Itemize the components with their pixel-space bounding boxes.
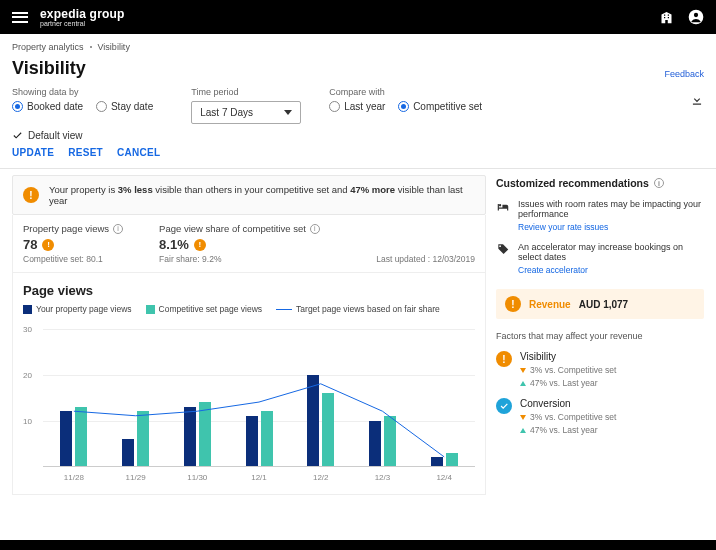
- warning-icon: !: [23, 187, 39, 203]
- x-axis-label: 12/3: [375, 473, 391, 482]
- time-period-select[interactable]: Last 7 Days: [191, 101, 301, 124]
- stats-row: Property page viewsi 78! Competitive set…: [12, 215, 486, 273]
- filter-showing-by: Showing data by Booked date Stay date: [12, 87, 163, 124]
- side-column: Customized recommendationsi Issues with …: [496, 169, 704, 495]
- brand: expedia group partner central: [40, 8, 125, 27]
- default-view-row: Default view: [12, 130, 704, 141]
- cancel-button[interactable]: CANCEL: [117, 147, 160, 158]
- bed-icon: [496, 200, 510, 214]
- bar-your[interactable]: [431, 457, 443, 466]
- banner-text: Your property is 3% less visible than ot…: [49, 184, 475, 206]
- factors-header: Factors that may affect your revenue: [496, 331, 704, 341]
- chevron-down-icon: [284, 110, 292, 115]
- main-column: ! Your property is 3% less visible than …: [12, 169, 486, 495]
- visibility-banner: ! Your property is 3% less visible than …: [12, 175, 486, 215]
- check-badge-icon: [496, 398, 512, 414]
- filter-compare: Compare with Last year Competitive set: [329, 87, 492, 124]
- recommendation-item: An accelerator may increase bookings on …: [496, 242, 704, 275]
- check-icon: [12, 130, 23, 141]
- breadcrumb-item[interactable]: Visibility: [98, 42, 130, 52]
- bar-your[interactable]: [60, 411, 72, 466]
- brand-line1: expedia group: [40, 8, 125, 20]
- account-icon[interactable]: [688, 9, 704, 25]
- chart-legend: Your property page views Competitive set…: [23, 304, 475, 314]
- breadcrumb-item[interactable]: Property analytics: [12, 42, 84, 52]
- revenue-box: ! Revenue AUD 1,077: [496, 289, 704, 319]
- x-axis-label: 12/4: [436, 473, 452, 482]
- create-accelerator-link[interactable]: Create accelerator: [518, 265, 704, 275]
- chart-card: Page views Your property page views Comp…: [12, 273, 486, 495]
- bar-compset[interactable]: [261, 411, 273, 466]
- radio-stay-date[interactable]: Stay date: [96, 101, 153, 112]
- x-axis-label: 11/30: [187, 473, 207, 482]
- radio-booked-date[interactable]: Booked date: [12, 101, 83, 112]
- building-icon[interactable]: [659, 10, 674, 25]
- bar-compset[interactable]: [199, 402, 211, 466]
- filter-actions: UPDATE RESET CANCEL: [12, 147, 704, 158]
- recommendations-header: Customized recommendationsi: [496, 177, 704, 189]
- chart-area: 10203011/2811/2911/3012/112/212/312/4: [43, 324, 475, 484]
- arrow-up-icon: [520, 428, 526, 433]
- warning-icon: !: [505, 296, 521, 312]
- bar-your[interactable]: [122, 439, 134, 466]
- x-axis-label: 11/28: [64, 473, 84, 482]
- page-title: Visibility: [12, 58, 86, 79]
- filter-time-period: Time period Last 7 Days: [191, 87, 301, 124]
- x-axis-label: 12/2: [313, 473, 329, 482]
- arrow-down-icon: [520, 415, 526, 420]
- topbar: expedia group partner central: [0, 0, 716, 34]
- chart-title: Page views: [23, 283, 475, 298]
- info-icon[interactable]: i: [654, 178, 664, 188]
- bar-your[interactable]: [307, 375, 319, 466]
- x-axis-label: 11/29: [126, 473, 146, 482]
- warning-icon: !: [194, 239, 206, 251]
- bar-compset[interactable]: [75, 407, 87, 466]
- download-icon[interactable]: [690, 93, 704, 111]
- svg-point-1: [694, 13, 698, 17]
- recommendation-item: Issues with room rates may be impacting …: [496, 199, 704, 232]
- bar-compset[interactable]: [384, 416, 396, 466]
- info-icon[interactable]: i: [310, 224, 320, 234]
- radio-last-year[interactable]: Last year: [329, 101, 385, 112]
- warning-icon: !: [496, 351, 512, 367]
- tag-icon: [496, 243, 510, 257]
- bar-compset[interactable]: [322, 393, 334, 466]
- stat-share: Page view share of competitive seti 8.1%…: [159, 223, 320, 264]
- filters: Showing data by Booked date Stay date Ti…: [12, 87, 492, 124]
- stat-page-views: Property page viewsi 78! Competitive set…: [23, 223, 123, 264]
- bar-compset[interactable]: [446, 453, 458, 467]
- last-updated: Last updated : 12/03/2019: [376, 254, 475, 264]
- bar-your[interactable]: [246, 416, 258, 466]
- bar-your[interactable]: [369, 421, 381, 467]
- arrow-down-icon: [520, 368, 526, 373]
- factor-visibility: ! Visibility 3% vs. Competitive set 47% …: [496, 351, 704, 388]
- info-icon[interactable]: i: [113, 224, 123, 234]
- radio-competitive-set[interactable]: Competitive set: [398, 101, 482, 112]
- bar-compset[interactable]: [137, 411, 149, 466]
- arrow-up-icon: [520, 381, 526, 386]
- bar-your[interactable]: [184, 407, 196, 466]
- feedback-link[interactable]: Feedback: [664, 69, 704, 79]
- reset-button[interactable]: RESET: [68, 147, 103, 158]
- review-rate-link[interactable]: Review your rate issues: [518, 222, 704, 232]
- warning-icon: !: [42, 239, 54, 251]
- factor-conversion: Conversion 3% vs. Competitive set 47% vs…: [496, 398, 704, 435]
- hamburger-icon[interactable]: [12, 12, 28, 23]
- update-button[interactable]: UPDATE: [12, 147, 54, 158]
- breadcrumb: Property analytics Visibility: [12, 42, 704, 52]
- x-axis-label: 12/1: [251, 473, 267, 482]
- brand-line2: partner central: [40, 20, 125, 27]
